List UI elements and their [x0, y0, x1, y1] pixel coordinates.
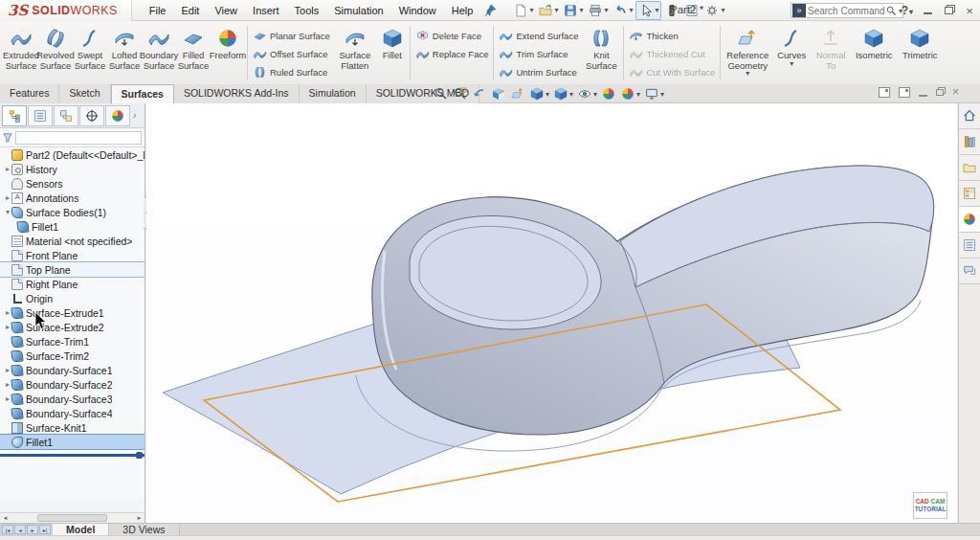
menu-simulation[interactable]: Simulation	[326, 2, 390, 19]
trim-surface-button[interactable]: Trim Surface	[496, 46, 581, 62]
section-view-button[interactable]	[490, 85, 507, 102]
zoom-to-fit-button[interactable]	[433, 85, 450, 102]
filled-surface-button[interactable]: Filled Surface	[176, 25, 211, 71]
tree-item-right-plane[interactable]: Right Plane	[0, 277, 145, 291]
next-tab-button[interactable]: ▸	[27, 525, 38, 534]
tree-item-surface-knit1[interactable]: Surface-Knit1	[0, 420, 145, 435]
freeform-button[interactable]: Freeform	[211, 25, 245, 61]
scrollbar-thumb[interactable]	[37, 514, 106, 522]
tree-item-surface-extrude1[interactable]: ▸Surface-Extrude1	[0, 305, 145, 320]
home-tab[interactable]	[959, 103, 980, 129]
tree-item-boundary-surface2[interactable]: ▸Boundary-Surface2	[0, 377, 145, 392]
tree-horizontal-scrollbar[interactable]: ◂ ▸	[0, 512, 145, 523]
expand-arrow[interactable]: ▸	[4, 193, 11, 202]
tree-item-fillet1-feature[interactable]: Fillet1	[0, 435, 145, 449]
dimxpertmanager-tab[interactable]	[79, 105, 104, 126]
tree-item-boundary-surface1[interactable]: ▸Boundary-Surface1	[0, 363, 145, 377]
tab-sketch[interactable]: Sketch	[59, 84, 110, 103]
thicken-button[interactable]: Thicken	[626, 28, 718, 44]
tree-item-boundary-surface4[interactable]: Boundary-Surface4	[0, 406, 145, 420]
model-tab[interactable]: Model	[53, 524, 109, 535]
knit-surface-button[interactable]: Knit Surface	[581, 25, 621, 71]
rollback-bar[interactable]	[0, 454, 145, 457]
select-tool-button[interactable]: ▾	[635, 1, 661, 20]
file-explorer-tab[interactable]	[959, 155, 980, 181]
forum-tab[interactable]	[959, 259, 980, 284]
menu-view[interactable]: View	[207, 2, 245, 19]
lofted-surface-button[interactable]: Lofted Surface	[107, 25, 142, 71]
propertymanager-tab[interactable]	[28, 105, 53, 126]
surface-flatten-button[interactable]: Surface Flatten	[333, 25, 377, 71]
tab-simulation[interactable]: Simulation	[300, 84, 367, 103]
swept-surface-button[interactable]: Swept Surface	[73, 25, 107, 71]
custom-properties-tab[interactable]	[959, 233, 980, 259]
pane-right-icon[interactable]	[899, 87, 910, 98]
tree-item-sensors[interactable]: Sensors	[0, 176, 145, 191]
tree-item-origin[interactable]: Origin	[0, 291, 145, 305]
search-commands-input[interactable]	[808, 6, 885, 16]
tree-item-material[interactable]: Material <not specified>	[0, 234, 145, 248]
previous-tab-button[interactable]: ◂	[14, 525, 26, 534]
save-button[interactable]: ▾	[561, 1, 585, 20]
search-icon[interactable]	[885, 5, 898, 17]
search-scope-icon[interactable]: »	[792, 4, 806, 17]
document-minimize-button[interactable]	[919, 95, 927, 97]
ruled-surface-button[interactable]: Ruled Surface	[250, 64, 333, 80]
expand-arrow[interactable]: ▸	[4, 165, 11, 173]
zoom-to-area-button[interactable]	[452, 85, 469, 102]
undo-button[interactable]: ▾	[611, 1, 635, 20]
tree-item-surface-bodies[interactable]: ▾Surface Bodies(1)	[0, 205, 145, 219]
expand-arrow[interactable]: ▾	[4, 208, 11, 216]
boundary-surface-button[interactable]: Boundary Surface	[142, 25, 176, 71]
menu-tools[interactable]: Tools	[287, 2, 327, 19]
3d-drawing-view-button[interactable]	[509, 85, 526, 102]
delete-face-button[interactable]: Delete Face	[412, 28, 492, 44]
tab-solidworks-add-ins[interactable]: SOLIDWORKS Add-Ins	[174, 84, 300, 103]
curves-button[interactable]: Curves▾	[772, 25, 811, 67]
menu-file[interactable]: File	[142, 2, 174, 19]
panel-flyout-arrow[interactable]: ›	[133, 110, 136, 121]
tree-item-part2-root[interactable]: Part2 (Default<<Default>_Displa	[0, 147, 145, 162]
untrim-surface-button[interactable]: Untrim Surface	[496, 64, 581, 80]
fillet-button[interactable]: Fillet	[377, 25, 408, 61]
restore-button[interactable]	[942, 4, 955, 17]
open-document-button[interactable]: ▾	[536, 1, 560, 20]
first-tab-button[interactable]: |◂	[2, 525, 13, 534]
previous-view-button[interactable]	[471, 85, 488, 102]
displaymanager-tab[interactable]	[105, 105, 130, 126]
tree-item-annotations[interactable]: ▸Annotations	[0, 191, 145, 205]
apply-scene-button[interactable]: ▾	[619, 85, 641, 102]
planar-surface-button[interactable]: Planar Surface	[250, 28, 333, 44]
isometric-view-button[interactable]: Isometric	[851, 25, 897, 61]
tree-item-fillet1-body[interactable]: Fillet1	[0, 219, 145, 234]
replace-face-button[interactable]: Replace Face	[412, 46, 492, 62]
pin-menu-icon[interactable]	[482, 3, 498, 18]
scroll-left-arrow[interactable]: ◂	[0, 513, 11, 523]
menu-window[interactable]: Window	[391, 2, 444, 19]
revolved-surface-button[interactable]: Revolved Surface	[38, 25, 73, 71]
tree-item-surface-trim2[interactable]: Surface-Trim2	[0, 349, 145, 363]
graphics-viewport[interactable]: CAD CAM TUTORIAL	[146, 103, 957, 523]
document-close-button[interactable]: ×	[952, 86, 959, 98]
design-library-tab[interactable]	[959, 129, 980, 155]
appearances-tab[interactable]	[959, 207, 980, 233]
edit-appearance-button[interactable]	[600, 85, 617, 102]
hide-show-items-button[interactable]: ▾	[576, 85, 598, 102]
view-orientation-button[interactable]: ▾	[528, 85, 550, 102]
scroll-right-arrow[interactable]: ▸	[134, 513, 145, 523]
3d-views-tab[interactable]: 3D Views	[109, 524, 179, 535]
feature-filter-input[interactable]	[15, 131, 142, 145]
menu-insert[interactable]: Insert	[245, 2, 287, 19]
minimize-button[interactable]	[921, 4, 934, 17]
view-palette-tab[interactable]	[959, 181, 980, 207]
menu-help[interactable]: Help	[444, 2, 481, 19]
tree-item-surface-trim1[interactable]: Surface-Trim1	[0, 334, 145, 349]
view-settings-button[interactable]: ▾	[643, 85, 665, 102]
document-restore-button[interactable]	[936, 89, 944, 96]
last-tab-button[interactable]: ▸|	[39, 525, 51, 534]
reference-geometry-button[interactable]: Reference Geometry▾	[723, 25, 772, 77]
close-button[interactable]: ×	[963, 4, 976, 17]
display-style-button[interactable]: ▾	[552, 85, 574, 102]
options-button[interactable]: ▾	[702, 1, 726, 20]
new-document-button[interactable]: ▾	[511, 1, 535, 20]
